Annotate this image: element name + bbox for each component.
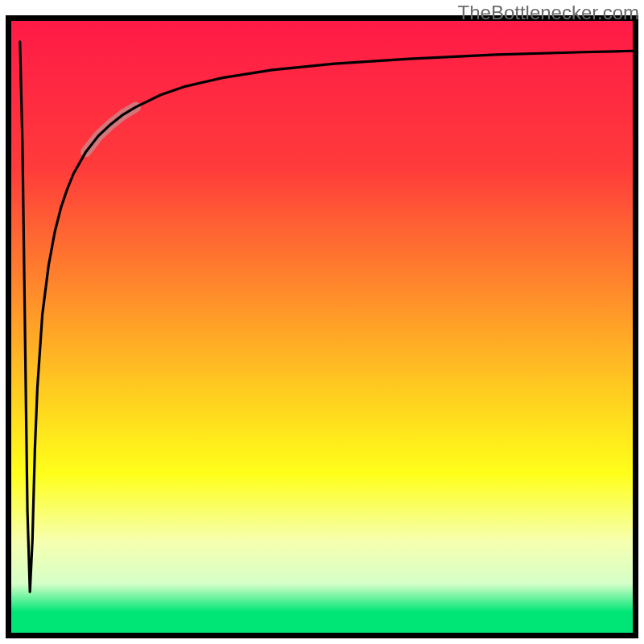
watermark-text: TheBottlenecker.com xyxy=(458,2,639,24)
chart-background xyxy=(11,21,633,633)
bottleneck-chart xyxy=(0,0,644,644)
chart-frame: TheBottlenecker.com xyxy=(0,0,644,644)
